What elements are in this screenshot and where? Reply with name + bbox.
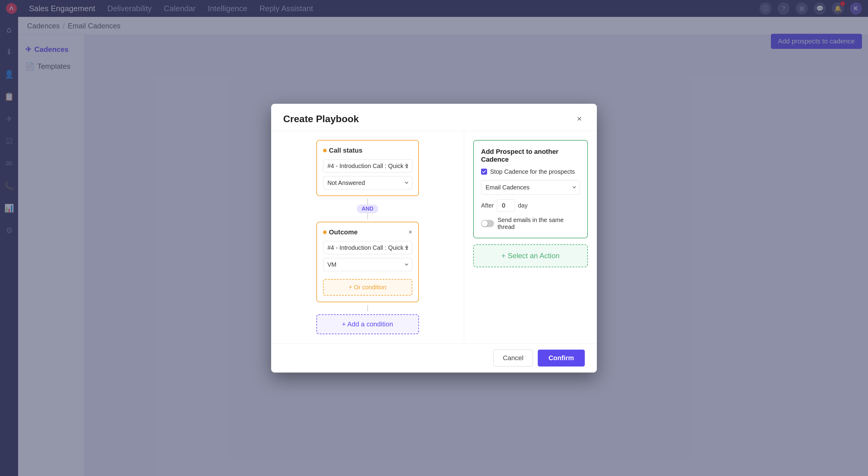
stop-cadence-checkbox[interactable] bbox=[481, 169, 487, 175]
condition-1-step-select[interactable]: #4 - Introduction Call : Quick 15min cal… bbox=[323, 159, 412, 173]
and-connector: AND bbox=[357, 199, 378, 219]
condition-1-dot bbox=[323, 149, 327, 152]
and-line-top bbox=[367, 199, 368, 205]
condition-2-outcome-select[interactable]: VM bbox=[323, 258, 412, 271]
modal-action-panel: Add Prospect to another Cadence Stop Cad… bbox=[464, 131, 597, 343]
after-row: After day bbox=[481, 199, 580, 212]
stop-cadence-row: Stop Cadence for the prospects bbox=[481, 168, 580, 175]
condition-2-close-button[interactable]: × bbox=[409, 229, 412, 236]
action-card: Add Prospect to another Cadence Stop Cad… bbox=[473, 140, 588, 238]
same-thread-toggle[interactable] bbox=[481, 220, 494, 227]
select-action-button[interactable]: + Select an Action bbox=[473, 244, 588, 267]
condition-card-2: Outcome × #4 - Introduction Call : Quick… bbox=[316, 222, 419, 302]
cancel-button[interactable]: Cancel bbox=[493, 350, 533, 366]
after-days-input[interactable] bbox=[497, 199, 515, 212]
condition-2-step-select[interactable]: #4 - Introduction Call : Quick 15min cal… bbox=[323, 241, 412, 254]
add-condition-connector bbox=[367, 305, 368, 311]
or-condition-button[interactable]: + Or condition bbox=[323, 279, 412, 296]
modal-footer: Cancel Confirm bbox=[271, 343, 597, 373]
action-card-title: Add Prospect to another Cadence bbox=[481, 148, 580, 163]
condition-card-1: Call status #4 - Introduction Call : Qui… bbox=[316, 140, 419, 196]
confirm-button[interactable]: Confirm bbox=[538, 350, 585, 366]
same-thread-label: Send emails in the same thread bbox=[498, 216, 580, 231]
modal-body: Call status #4 - Introduction Call : Qui… bbox=[271, 131, 597, 343]
create-playbook-modal: Create Playbook × Call status #4 - Intro… bbox=[271, 104, 597, 373]
day-label: day bbox=[518, 202, 527, 209]
and-badge: AND bbox=[357, 205, 378, 213]
add-condition-button[interactable]: + Add a condition bbox=[316, 314, 419, 334]
modal-close-button[interactable]: × bbox=[574, 113, 585, 124]
after-label: After bbox=[481, 202, 494, 209]
toggle-knob bbox=[482, 220, 488, 227]
modal-title: Create Playbook bbox=[283, 113, 359, 125]
modal-conditions-panel: Call status #4 - Introduction Call : Qui… bbox=[271, 131, 464, 343]
condition-1-status-select[interactable]: Not Answered bbox=[323, 176, 412, 189]
stop-cadence-label: Stop Cadence for the prospects bbox=[490, 168, 575, 175]
modal-overlay: Create Playbook × Call status #4 - Intro… bbox=[0, 0, 868, 476]
modal-header: Create Playbook × bbox=[271, 104, 597, 131]
condition-2-title: Outcome × bbox=[323, 228, 412, 236]
add-condition-line bbox=[367, 305, 368, 311]
cadence-type-select[interactable]: Email Cadences bbox=[481, 180, 580, 195]
condition-1-title: Call status bbox=[323, 147, 412, 154]
and-line-bottom bbox=[367, 213, 368, 219]
same-thread-row: Send emails in the same thread bbox=[481, 216, 580, 231]
condition-2-dot bbox=[323, 231, 327, 234]
